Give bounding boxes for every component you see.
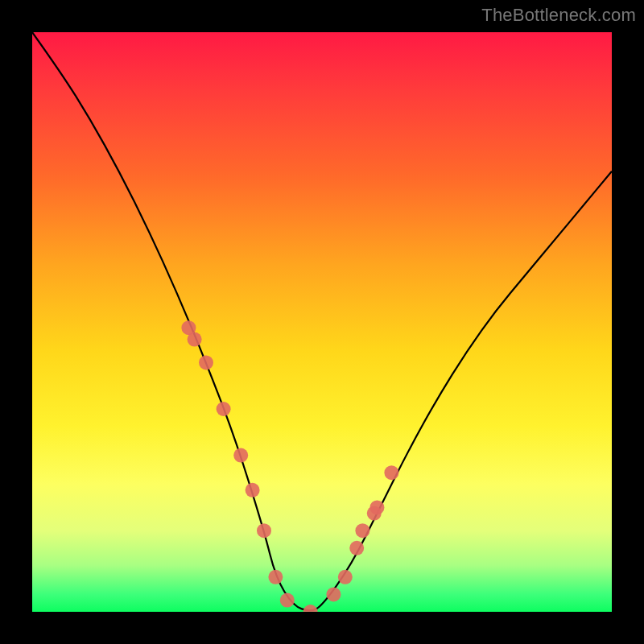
highlight-point — [199, 355, 213, 369]
watermark-text: TheBottleneck.com — [481, 5, 636, 26]
highlight-point — [188, 332, 202, 347]
bottleneck-chart — [32, 32, 612, 612]
highlight-point — [384, 465, 398, 480]
highlight-point — [280, 593, 295, 608]
highlight-point — [349, 541, 364, 555]
chart-svg — [32, 32, 612, 612]
bottleneck-curve-path — [32, 32, 612, 610]
highlight-point — [217, 402, 231, 416]
highlight-point — [303, 605, 318, 612]
highlight-point — [326, 587, 341, 601]
highlighted-points-group — [181, 320, 398, 612]
highlight-point — [369, 500, 384, 514]
highlight-point — [338, 570, 353, 584]
highlight-point — [268, 570, 283, 584]
highlight-point — [355, 523, 369, 538]
highlight-point — [233, 448, 248, 463]
highlight-point — [257, 523, 271, 538]
highlight-point — [246, 483, 260, 497]
